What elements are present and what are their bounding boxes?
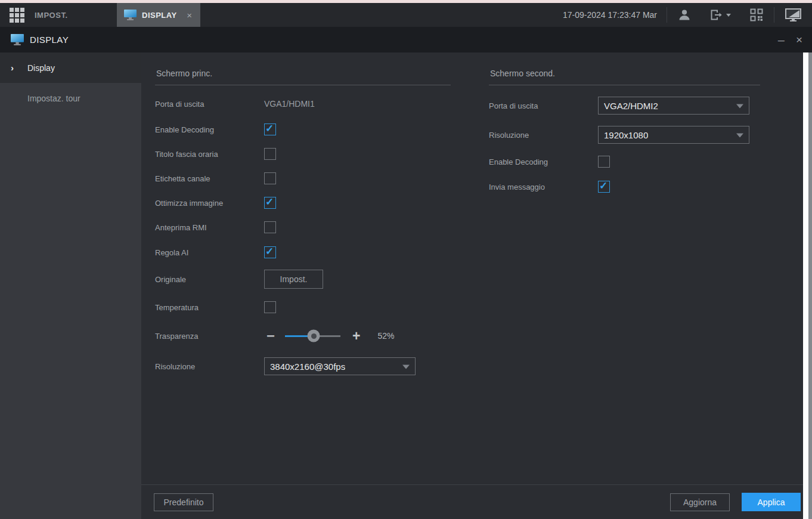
rmi-preview-checkbox[interactable]: ✓ [264, 221, 276, 233]
tab-bar-right: 17-09-2024 17:23:47 Mar [563, 3, 812, 27]
window-title: DISPLAY [30, 35, 69, 45]
enable-decoding-checkbox[interactable]: ✓ [598, 156, 610, 168]
monitor-icon [11, 34, 24, 45]
temperature-checkbox[interactable]: ✓ [264, 301, 276, 313]
dropdown-value: 3840x2160@30fps [270, 362, 345, 372]
check-icon: ✓ [265, 196, 274, 208]
dropdown-value: 1920x1080 [604, 130, 648, 140]
logout-button[interactable] [702, 3, 739, 27]
slider-increase-button[interactable]: + [352, 329, 360, 343]
slider-handle[interactable] [308, 330, 320, 342]
send-message-row: Invia messaggio ✓ [489, 178, 761, 196]
check-icon: ✓ [599, 180, 608, 192]
chevron-right-icon: › [11, 62, 14, 72]
ai-rule-row: Regola AI ✓ [155, 243, 466, 261]
logout-caret-icon[interactable] [726, 14, 731, 17]
chevron-down-icon [736, 134, 743, 138]
home-tab-label[interactable]: IMPOST. [35, 11, 68, 20]
tab-display[interactable]: DISPLAY × [117, 3, 200, 27]
sidebar-item-label: Display [27, 63, 55, 73]
channel-title-checkbox[interactable]: ✓ [264, 172, 276, 184]
field-label: Risoluzione [155, 362, 264, 371]
original-settings-button[interactable]: Impost. [264, 270, 323, 289]
default-button[interactable]: Predefinito [154, 493, 213, 511]
apply-button[interactable]: Applica [742, 493, 801, 511]
divider [489, 85, 760, 85]
datetime-display: 17-09-2024 17:23:47 Mar [563, 10, 657, 20]
close-icon[interactable]: × [795, 34, 804, 45]
check-icon: ✓ [265, 245, 274, 258]
dropdown-value: VGA2/HDMI2 [604, 101, 658, 111]
field-label: Anteprima RMI [155, 223, 264, 232]
transparency-value: 52% [377, 331, 394, 341]
scrollbar-track [808, 52, 812, 519]
sidebar-item-display[interactable]: › Display [0, 52, 141, 83]
divider [155, 85, 451, 85]
field-label: Temperatura [155, 303, 264, 312]
field-label: Invia messaggio [489, 183, 598, 191]
field-label: Porta di uscita [155, 100, 264, 109]
field-label: Titolo fascia oraria [155, 150, 264, 159]
resolution-row: Risoluzione 3840x2160@30fps [155, 357, 466, 375]
channel-title-row: Etichetta canale ✓ [155, 169, 466, 187]
refresh-button[interactable]: Aggiorna [670, 493, 730, 511]
tab-display-label[interactable]: DISPLAY [142, 11, 179, 20]
minimize-icon[interactable]: – [776, 37, 786, 43]
ai-rule-checkbox[interactable]: ✓ [264, 246, 276, 258]
field-label: Ottimizza immagine [155, 199, 264, 208]
enable-decoding-checkbox[interactable]: ✓ [264, 123, 276, 135]
sidebar: › Display Impostaz. tour [0, 52, 141, 519]
check-icon: ✓ [265, 122, 274, 135]
field-label: Originale [155, 275, 264, 284]
enable-decoding-row: Enable Decoding ✓ [155, 121, 466, 138]
footer-bar: Predefinito Aggiorna Applica [141, 484, 803, 519]
transparency-row: Trasparenza − + 52% [155, 327, 466, 345]
apps-grid-icon[interactable] [10, 8, 24, 23]
resolution-dropdown[interactable]: 3840x2160@30fps [264, 357, 416, 375]
resolution-row: Risoluzione 1920x1080 [489, 126, 761, 144]
chevron-down-icon [402, 365, 410, 369]
image-enhance-row: Ottimizza immagine ✓ [155, 194, 466, 212]
output-port-value: VGA1/HDMI1 [264, 99, 315, 109]
resolution-dropdown[interactable]: 1920x1080 [598, 126, 749, 144]
field-label: Regola AI [155, 248, 264, 257]
display-settings-panel: Schermo princ. Porta di uscita VGA1/HDMI… [141, 52, 812, 519]
time-title-row: Titolo fascia oraria ✓ [155, 145, 466, 163]
main-screen-section: Schermo princ. Porta di uscita VGA1/HDMI… [155, 52, 466, 375]
vertical-scrollbar[interactable] [803, 52, 812, 519]
tab-bar: IMPOST. DISPLAY × 17-09-2024 17: [0, 3, 812, 27]
user-account-icon[interactable] [667, 3, 702, 27]
output-port-row: Porta di uscita VGA2/HDMI2 [489, 97, 761, 115]
nvr-screen: IMPOST. DISPLAY × 17-09-2024 17: [0, 0, 812, 519]
slider-decrease-button[interactable]: − [266, 329, 275, 343]
rmi-preview-row: Anteprima RMI ✓ [155, 218, 466, 236]
original-row: Originale Impost. [155, 270, 466, 289]
output-port-row: Porta di uscita VGA1/HDMI1 [155, 95, 466, 113]
tab-close-icon[interactable]: × [184, 10, 194, 21]
chevron-down-icon [736, 104, 743, 109]
scrollbar-thumb[interactable] [803, 52, 808, 519]
field-label: Porta di uscita [489, 101, 598, 110]
qr-code-icon[interactable] [739, 3, 774, 27]
field-label: Enable Decoding [489, 157, 598, 166]
monitor-icon [124, 10, 137, 20]
window-title-bar: DISPLAY – × [0, 27, 812, 52]
output-port-dropdown[interactable]: VGA2/HDMI2 [598, 97, 749, 115]
display-output-icon[interactable] [774, 3, 812, 27]
section-title: Schermo second. [490, 69, 555, 78]
field-label: Trasparenza [155, 332, 264, 341]
sidebar-item-tour-settings[interactable]: Impostaz. tour [0, 83, 141, 113]
time-title-checkbox[interactable]: ✓ [264, 148, 276, 160]
secondary-screen-section: Schermo second. Porta di uscita VGA2/HDM… [489, 52, 761, 196]
field-label: Risoluzione [489, 131, 598, 140]
home-menu[interactable]: IMPOST. [0, 8, 117, 23]
image-enhance-checkbox[interactable]: ✓ [264, 197, 276, 209]
field-label: Etichetta canale [155, 174, 264, 183]
transparency-slider[interactable] [285, 335, 340, 337]
field-label: Enable Decoding [155, 125, 264, 134]
sidebar-item-label: Impostaz. tour [27, 94, 80, 103]
send-message-checkbox[interactable]: ✓ [598, 181, 610, 193]
enable-decoding-row: Enable Decoding ✓ [489, 153, 761, 171]
temperature-row: Temperatura ✓ [155, 298, 466, 316]
section-title: Schermo princ. [156, 69, 212, 78]
